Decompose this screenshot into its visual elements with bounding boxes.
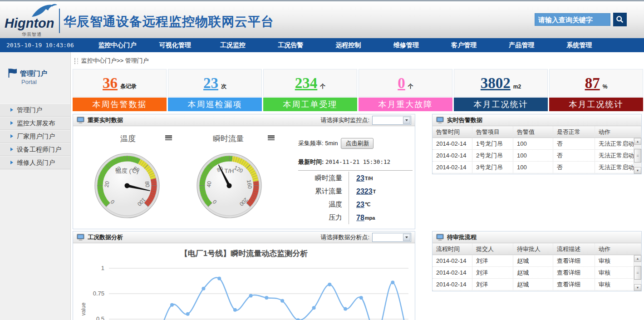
column-header: 是否正常 [553,126,595,138]
stat-card-value[interactable]: 23 [203,76,218,91]
nav-item-1[interactable]: 可视化管理 [146,38,204,52]
stat-card-label-bar[interactable]: 本周工单受理 [263,98,357,111]
triangle-right-icon [10,161,13,164]
svg-text:40: 40 [206,181,213,188]
gauge-flow-menu-icon[interactable] [268,135,275,140]
monitor-icon [77,117,85,124]
readout-unit: ℃ [365,202,370,207]
table-row: 2014-02-141号龙门吊100否无法正常启动 [433,138,641,150]
nav-item-6[interactable]: 客户管理 [435,38,492,52]
table-row: 2014-02-14刘洋赵城查看详细审核 [433,279,641,290]
scroll-down-icon[interactable]: ▼ [634,167,641,174]
scroll-up-icon[interactable]: ▲ [634,255,641,262]
triangle-right-icon [10,108,13,112]
stat-card-value[interactable]: 234 [295,76,318,91]
stat-card-label-bar[interactable]: 本月工况统计 [549,98,643,111]
stat-card-label-bar[interactable]: 本月重大故障 [359,98,452,111]
stat-card-unit: 次 [221,83,226,90]
stat-card-4: 3802m2本月工况统计 [454,69,548,112]
latest-time-value: 2014-11-21 15:30:12 [325,158,390,165]
sidebar-item-label: 管理门户 [17,106,42,113]
search-input[interactable] [535,13,610,26]
readout-number: 23 [356,201,364,209]
table-cell: 100 [513,138,553,149]
nav-item-4[interactable]: 远程控制 [320,38,377,52]
sidebar-item-3[interactable]: 设备工程师门户 [0,143,70,156]
table-cell: 查看详细 [553,267,595,278]
nav-item-2[interactable]: 工况监控 [204,38,261,52]
sidebar-item-0[interactable]: 管理门户 [0,103,70,117]
readout-row-1: 累计流量2323T [298,185,413,198]
nav-item-7[interactable]: 产品管理 [493,38,551,52]
readout-label: 压力 [298,211,349,224]
table-header-row: 告警时间告警项目告警值是否正常动作 [433,126,641,138]
chevron-down-icon[interactable] [403,117,410,124]
table-cell: 刘洋 [472,279,513,290]
scroll-down-icon[interactable]: ▼ [634,284,641,291]
search-icon [616,15,624,24]
page-title: 华辰智通设备远程监控物联网云平台 [64,13,274,30]
collect-frequency-text: 采集频率: 5min [298,139,338,148]
stat-card-value[interactable]: 36 [103,76,118,91]
stat-card-top: 234个 [263,69,357,97]
stat-card-2: 234个本周工单受理 [263,69,357,112]
svg-text:20: 20 [103,181,111,188]
monitor-point-select[interactable] [372,116,411,125]
sidebar-item-1[interactable]: 监控大屏发布 [0,117,70,130]
panel-title: 重要实时数据 [88,116,123,124]
gauge-temperature-title: 温度 [120,133,136,144]
alarm-table: 告警时间告警项目告警值是否正常动作2014-02-141号龙门吊100否无法正常… [433,126,641,174]
stat-card-label-bar[interactable]: 本周告警数据 [73,98,167,111]
sidebar-item-2[interactable]: 厂家用户门户 [0,130,70,143]
sidebar-item-label: 厂家用户门户 [17,133,55,140]
stat-card-1: 23次本周巡检漏项 [168,69,262,112]
panel-approval-table: 待审批流程 流程时间提交人待审批人流程描述动作2014-02-14刘洋赵城查看详… [432,231,642,291]
panel-title: 工况数据分析 [88,233,123,241]
scroll-up-icon[interactable]: ▲ [634,138,641,145]
sidebar-item-4[interactable]: 维修人员门户 [0,156,70,169]
table-cell: 刘洋 [472,255,513,266]
table-cell: 2014-02-14 [433,138,472,149]
stat-card-label-bar[interactable]: 本周巡检漏项 [168,98,262,111]
search-button[interactable] [613,13,627,26]
navbar: 2015-10-19 10:43:06 监控中心门户可视化管理工况监控工况告警远… [0,38,644,52]
flag-icon [7,68,18,79]
table-cell: 赵城 [513,279,553,290]
column-header: 告警时间 [433,126,472,138]
readout-value[interactable]: 2323T [349,185,376,198]
readout-value[interactable]: 23℃ [349,198,370,211]
scrollbar-thumb[interactable]: ≡ [634,266,641,280]
latest-time-row: 最新时间: 2014-11-21 15:30:12 [298,158,413,171]
nav-item-8[interactable]: 系统管理 [551,38,608,52]
scrollbar[interactable]: ▲▼≡ [634,138,641,174]
stat-card-value[interactable]: 0 [398,76,405,91]
analysis-point-select-label: 请选择数据分析点: [320,233,369,241]
main-content: 监控中心门户>> 管理门户 36条记录本周告警数据23次本周巡检漏项234个本周… [71,52,644,320]
table-cell: 100 [513,150,553,161]
stat-card-top: 0个 [359,69,452,97]
stat-card-value[interactable]: 87 [585,76,600,91]
stat-card-unit: m2 [513,84,521,90]
table-cell: 2014-02-14 [433,255,472,266]
refresh-button[interactable]: 点击刷新 [341,138,374,149]
stat-card-label-bar[interactable]: 本月工况统计 [454,98,548,111]
nav-item-3[interactable]: 工况告警 [262,38,320,52]
svg-text:0.75: 0.75 [93,290,104,297]
nav-item-0[interactable]: 监控中心门户 [88,38,146,52]
logo: Hignton 华辰智通 [5,4,58,37]
column-header: 告警值 [513,126,553,138]
stat-card-value[interactable]: 3802 [481,76,511,91]
stat-card-unit: 个 [320,83,325,90]
scrollbar-thumb[interactable]: ≡ [634,149,641,162]
readout-list: 瞬时流量23T/H累计流量2323T温度23℃压力78mpa [298,172,413,224]
panel-alarm-table: 实时告警数据 告警时间告警项目告警值是否正常动作2014-02-141号龙门吊1… [432,114,642,174]
gauge-temperature-menu-icon[interactable] [165,135,172,140]
scrollbar[interactable]: ▲▼≡ [634,255,641,291]
analysis-point-select[interactable] [372,233,411,242]
monitor-icon [436,117,444,124]
readout-value[interactable]: 23T/H [349,172,373,185]
readout-value[interactable]: 78mpa [349,211,375,224]
nav-item-5[interactable]: 维修管理 [377,38,435,52]
flow-gauge: 04080120160200T/H [195,152,263,220]
chevron-down-icon[interactable] [403,234,410,241]
